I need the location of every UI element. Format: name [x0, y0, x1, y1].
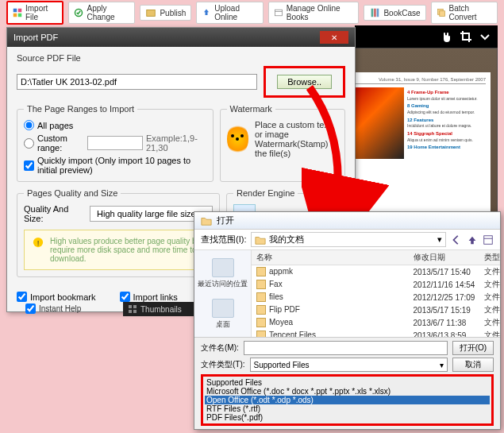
folder-icon — [256, 292, 266, 302]
bookcase-button[interactable]: BookCase — [364, 5, 425, 21]
source-file-input[interactable] — [17, 74, 257, 90]
filetype-option[interactable]: Supported Files — [205, 378, 490, 387]
instant-help[interactable]: Instant Help — [25, 303, 81, 314]
recent-icon — [212, 258, 234, 277]
import-links-checkbox[interactable] — [120, 292, 130, 302]
preview-header: Volume 31, Issue 9, Number 176, Septembe… — [348, 77, 486, 84]
info-icon: ! — [33, 237, 44, 248]
file-row[interactable]: Fax2012/11/16 14:54文件夹 — [252, 278, 500, 291]
batch-convert-button[interactable]: Batch Convert — [431, 2, 498, 24]
folder-open-icon — [201, 215, 212, 226]
bookcase-label: BookCase — [383, 9, 420, 17]
file-open-dialog: 打开 查找范围(I): 我的文档 ▾ 最近访问的位置 桌面 库 计算机 网络 名… — [194, 211, 501, 430]
file-dialog-titlebar[interactable]: 打开 — [194, 212, 500, 230]
back-icon[interactable] — [451, 234, 462, 245]
places-sidebar: 最近访问的位置 桌面 库 计算机 网络 — [194, 250, 252, 337]
publish-label: Publish — [160, 9, 186, 17]
chevron-down-icon[interactable] — [479, 30, 491, 43]
upload-icon — [202, 7, 211, 18]
batch-icon — [437, 7, 446, 18]
import-file-button[interactable]: Import File — [6, 1, 63, 25]
batch-convert-label: Batch Convert — [449, 4, 492, 21]
svg-rect-17 — [129, 310, 132, 313]
preview-page: Volume 31, Issue 9, Number 176, Septembe… — [344, 72, 491, 231]
crop-icon[interactable] — [460, 30, 472, 43]
preview-thumbnail — [348, 87, 404, 159]
svg-rect-16 — [133, 305, 137, 308]
open-button[interactable]: 打开(O) — [452, 341, 494, 355]
filetype-option[interactable]: Microsoft Office (*.doc * docx *.ppt *.p… — [205, 387, 490, 396]
watermark-group: Watermark Place a custom text or image W… — [220, 104, 346, 182]
custom-range-radio[interactable] — [24, 138, 34, 149]
filename-input[interactable] — [244, 341, 448, 355]
filetype-dropdown[interactable]: Supported Files Microsoft Office (*.doc … — [201, 374, 494, 426]
path-crumb[interactable]: 我的文档 ▾ — [251, 232, 446, 247]
svg-rect-3 — [18, 14, 22, 17]
svg-rect-8 — [371, 9, 374, 17]
svg-rect-2 — [13, 14, 17, 17]
folder-icon — [256, 305, 266, 315]
sidebar-item-recent[interactable]: 最近访问的位置 — [194, 253, 251, 294]
file-row[interactable]: Flip PDF2013/5/17 15:19文件夹 — [252, 303, 500, 316]
instant-help-checkbox[interactable] — [25, 303, 36, 314]
file-row[interactable]: Tencent Files2013/6/13 8:59文件夹 — [252, 329, 500, 337]
import-links-label: Import links — [133, 292, 178, 302]
col-name[interactable]: 名称 — [252, 250, 409, 265]
source-file-label: Source PDF File — [17, 53, 345, 63]
upload-online-button[interactable]: Upload Online — [196, 2, 263, 24]
file-row[interactable]: Moyea2013/6/7 11:38文件夹 — [252, 316, 500, 329]
apply-change-label: Apply Change — [87, 4, 129, 21]
apply-icon — [74, 7, 83, 18]
svg-rect-6 — [275, 10, 282, 16]
import-icon — [13, 7, 22, 18]
svg-rect-22 — [484, 235, 493, 244]
svg-rect-12 — [439, 11, 444, 17]
quickly-import-checkbox[interactable] — [24, 160, 34, 171]
dialog-titlebar[interactable]: Import PDF ✕ — [7, 28, 355, 47]
file-dialog-footer: 文件名(M): 打开(O) 文件类型(T): Supported Files▾ … — [194, 337, 500, 429]
browse-button[interactable]: Browse.. — [277, 75, 332, 89]
manage-books-label: Manage Online Books — [287, 4, 354, 21]
all-pages-radio[interactable] — [24, 120, 34, 130]
view-icon[interactable] — [483, 234, 494, 245]
watermark-icon[interactable] — [227, 123, 248, 155]
filetype-option[interactable]: RTF Files (*.rtf) — [205, 404, 490, 413]
docs-folder-icon — [255, 234, 266, 245]
main-toolbar: Import File Apply Change Publish Upload … — [6, 3, 498, 22]
cancel-button[interactable]: 取消 — [452, 358, 494, 372]
all-pages-label: All pages — [37, 121, 73, 130]
publish-icon — [145, 7, 156, 18]
custom-range-label: Custom range: — [37, 133, 84, 153]
file-list[interactable]: 名称 修改日期 类型 大小 appmk2013/5/17 15:40文件夹Fax… — [252, 250, 500, 337]
publish-button[interactable]: Publish — [140, 5, 191, 21]
watermark-legend: Watermark — [227, 104, 275, 114]
quality-legend: Pages Quality and Size — [24, 188, 121, 198]
hand-icon[interactable] — [441, 30, 453, 43]
manage-icon — [274, 7, 283, 18]
folder-icon — [256, 331, 266, 337]
col-type[interactable]: 类型 — [479, 250, 500, 265]
import-bookmark-checkbox[interactable] — [17, 292, 27, 302]
col-date[interactable]: 修改日期 — [409, 250, 480, 265]
render-engine-legend: Render Engine — [233, 188, 298, 198]
filetype-select[interactable]: Supported Files▾ — [250, 358, 448, 372]
folder-icon — [256, 267, 266, 276]
filename-label: 文件名(M): — [201, 342, 239, 354]
quality-label: Quality And Size: — [24, 204, 83, 223]
sidebar-item-desktop[interactable]: 桌面 — [194, 294, 251, 334]
up-icon[interactable] — [467, 234, 478, 245]
filetype-option[interactable]: PDF Files(*.pdf) — [205, 413, 490, 422]
import-bookmark-label: Import bookmark — [30, 292, 96, 302]
manage-books-button[interactable]: Manage Online Books — [268, 2, 360, 24]
preview-ribbon — [355, 25, 498, 48]
svg-rect-15 — [129, 305, 132, 308]
quality-note: ! High values produce better page qualit… — [24, 230, 213, 270]
filetype-option-selected[interactable]: Open Office (*.odt *.odp *.ods) — [205, 396, 490, 404]
close-button[interactable]: ✕ — [320, 31, 348, 44]
filetype-label: 文件类型(T): — [201, 359, 245, 370]
custom-range-input[interactable] — [87, 136, 143, 150]
svg-text:!: ! — [37, 238, 40, 247]
file-row[interactable]: appmk2013/5/17 15:40文件夹 — [252, 265, 500, 279]
file-row[interactable]: files2012/12/25 17:09文件夹 — [252, 291, 500, 303]
apply-change-button[interactable]: Apply Change — [68, 2, 135, 24]
